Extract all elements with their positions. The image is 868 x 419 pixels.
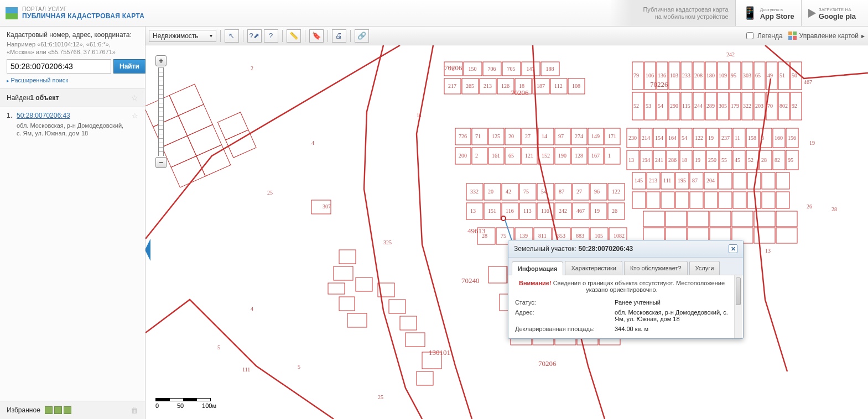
svg-text:203: 203 (755, 103, 763, 109)
svg-text:121: 121 (525, 153, 533, 159)
svg-rect-299 (719, 192, 732, 208)
svg-text:242: 242 (559, 208, 567, 214)
svg-text:213: 213 (649, 177, 657, 184)
link-button[interactable]: 🔗 (355, 29, 369, 43)
svg-text:204: 204 (706, 177, 715, 184)
svg-text:18: 18 (682, 157, 687, 163)
svg-rect-21 (417, 371, 433, 385)
svg-text:325: 325 (383, 239, 392, 245)
googleplay-badge[interactable]: ЗАГРУЗИТЕ НАGoogle pla (801, 0, 862, 26)
svg-rect-7 (196, 145, 231, 176)
svg-text:250: 250 (708, 157, 716, 163)
svg-text:111: 111 (242, 366, 250, 373)
svg-rect-305 (666, 211, 687, 227)
export-icons[interactable] (45, 406, 71, 414)
svg-text:242: 242 (726, 51, 735, 57)
svg-text:108: 108 (572, 83, 580, 89)
svg-text:158: 158 (748, 135, 756, 141)
svg-text:70206: 70206 (538, 359, 557, 368)
svg-rect-170 (605, 148, 620, 164)
print-button[interactable]: 🖨 (332, 29, 346, 43)
svg-text:1: 1 (608, 153, 611, 159)
svg-text:194: 194 (642, 157, 650, 163)
tab-characteristics[interactable]: Характеристики (565, 261, 622, 275)
zoom-slider[interactable] (158, 67, 164, 156)
delete-icon[interactable]: 🗑 (131, 406, 138, 415)
identify-button[interactable]: ?⬈ (247, 29, 262, 43)
svg-text:1082: 1082 (614, 233, 625, 239)
svg-rect-310 (776, 211, 797, 227)
svg-rect-292 (776, 172, 789, 189)
svg-text:52: 52 (633, 103, 639, 109)
measure-button[interactable]: 📏 (287, 29, 301, 43)
svg-text:128: 128 (575, 153, 583, 159)
svg-text:28: 28 (761, 157, 767, 163)
scrollbar[interactable] (734, 275, 742, 338)
find-button[interactable]: Найти (113, 59, 145, 74)
svg-text:20: 20 (508, 133, 514, 139)
svg-text:4: 4 (251, 306, 253, 312)
svg-text:156: 156 (788, 135, 796, 141)
result-link[interactable]: 50:28:0070206:43 (17, 112, 70, 119)
svg-text:95: 95 (731, 72, 736, 78)
star-icon[interactable]: ☆ (131, 93, 138, 102)
svg-text:154: 154 (655, 135, 663, 141)
map-area[interactable]: Недвижимость ↖ ?⬈ ? 📏 🔖 🖨 🔗 Легенда Упра… (145, 27, 868, 419)
svg-rect-300 (733, 192, 746, 208)
zoom-out-button[interactable]: − (155, 157, 167, 168)
svg-text:811: 811 (538, 233, 547, 239)
svg-text:180: 180 (706, 72, 715, 78)
result-item[interactable]: 1. 50:28:0070206:43 обл. Московская, р-н… (0, 107, 145, 142)
svg-rect-293 (632, 192, 646, 208)
layer-select[interactable]: Недвижимость (149, 30, 216, 42)
svg-text:290: 290 (670, 103, 678, 109)
svg-text:27: 27 (525, 133, 531, 139)
zoom-in-button[interactable]: + (155, 55, 167, 66)
svg-text:274: 274 (575, 133, 583, 139)
help-button[interactable]: ? (264, 29, 278, 43)
svg-text:11: 11 (417, 112, 422, 118)
popup-header[interactable]: Земельный участок: 50:28:0070206:43 ✕ (508, 240, 743, 258)
svg-rect-11 (334, 266, 353, 280)
svg-text:122: 122 (612, 188, 620, 195)
tab-services[interactable]: Услуги (689, 261, 720, 275)
popup-tabs: Информация Характеристики Кто обслуживае… (508, 258, 743, 275)
advanced-search-link[interactable]: Расширенный поиск (7, 77, 68, 83)
svg-rect-289 (733, 172, 746, 189)
legend-checkbox[interactable]: Легенда (744, 30, 783, 41)
svg-text:49: 49 (767, 72, 773, 78)
pointer-tool-button[interactable]: ↖ (225, 29, 239, 43)
tab-info[interactable]: Информация (512, 261, 563, 275)
svg-rect-12 (328, 283, 345, 294)
map-toolbar: Недвижимость ↖ ?⬈ ? 📏 🔖 🖨 🔗 Легенда Упра… (145, 27, 868, 45)
svg-text:151: 151 (488, 208, 496, 214)
svg-text:4: 4 (311, 140, 314, 146)
svg-text:152: 152 (542, 153, 550, 159)
svg-rect-154 (472, 148, 487, 164)
svg-text:54: 54 (682, 135, 687, 141)
svg-text:27: 27 (576, 188, 582, 195)
close-icon[interactable]: ✕ (729, 244, 737, 253)
star-icon[interactable]: ☆ (132, 112, 138, 137)
svg-text:92: 92 (792, 103, 797, 109)
svg-text:70: 70 (767, 103, 773, 109)
svg-text:265: 265 (466, 83, 474, 89)
svg-rect-6 (171, 156, 205, 187)
svg-text:200: 200 (459, 153, 467, 159)
svg-text:726: 726 (459, 133, 467, 139)
map-management-button[interactable]: Управление картой ▸ (788, 32, 865, 40)
search-input[interactable] (7, 59, 111, 74)
svg-rect-1 (169, 84, 204, 116)
bookmark-button[interactable]: 🔖 (309, 29, 324, 43)
svg-text:25: 25 (378, 394, 383, 400)
tab-service[interactable]: Кто обслуживает? (624, 261, 688, 275)
map-canvas[interactable]: 70206 70206 70226 49613 70240 130101 702… (145, 45, 868, 419)
appstore-badge[interactable]: 📱 Доступно вApp Store (735, 0, 801, 26)
svg-text:164: 164 (668, 135, 677, 141)
favorites-bar: Избранное 🗑 (0, 401, 145, 419)
info-row: Статус:Ранее учтенный (515, 297, 736, 307)
svg-text:303: 303 (743, 72, 751, 78)
svg-rect-318 (488, 266, 507, 283)
svg-text:87: 87 (692, 177, 698, 184)
svg-text:139: 139 (519, 233, 528, 239)
